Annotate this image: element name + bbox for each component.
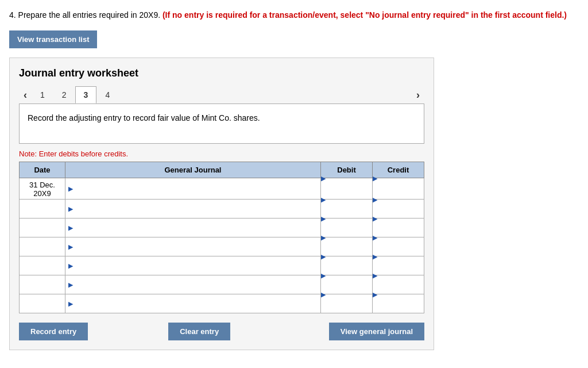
note-text: Note: Enter debits before credits.: [19, 150, 424, 158]
debit-input-4[interactable]: [331, 247, 372, 265]
journal-input-7[interactable]: [76, 294, 321, 313]
instructions: 4. Prepare the all entries required in 2…: [9, 9, 572, 21]
arrow-cell-4: ▶: [65, 237, 76, 256]
worksheet-container: Journal entry worksheet ‹ 1 2 3 4 › Reco…: [9, 57, 434, 350]
journal-input-5[interactable]: [76, 256, 321, 275]
debit-input-3[interactable]: [331, 228, 372, 246]
prev-tab-arrow[interactable]: ‹: [19, 87, 32, 103]
clear-entry-button[interactable]: Clear entry: [168, 323, 230, 340]
journal-input-3[interactable]: [76, 218, 321, 237]
credit-input-2[interactable]: [383, 209, 424, 227]
credit-input-4[interactable]: [383, 247, 424, 265]
date-cell-5: [20, 256, 65, 275]
debit-input-6[interactable]: [331, 285, 372, 303]
arrow-cell-3: ▶: [65, 218, 76, 237]
tab-4[interactable]: 4: [96, 86, 118, 103]
credit-cell-1: ▶: [373, 178, 424, 200]
debit-input-5[interactable]: [331, 266, 372, 284]
arrow-cell-5: ▶: [65, 256, 76, 275]
instruction-number: 4.: [9, 10, 16, 20]
description-text: Record the adjusting entry to record fai…: [28, 113, 260, 122]
debit-input-7[interactable]: [331, 304, 372, 322]
journal-input-2[interactable]: [76, 200, 321, 218]
record-entry-button[interactable]: Record entry: [19, 323, 88, 340]
header-general-journal: General Journal: [65, 162, 321, 178]
date-cell-7: [20, 294, 65, 313]
tab-1[interactable]: 1: [32, 86, 53, 103]
journal-input-4[interactable]: [76, 237, 321, 256]
credit-input-7[interactable]: [383, 304, 424, 322]
tab-3[interactable]: 3: [75, 86, 97, 103]
debit-input-1[interactable]: [331, 189, 372, 209]
view-general-journal-button[interactable]: View general journal: [329, 323, 424, 340]
journal-table: Date General Journal Debit Credit 31 Dec…: [19, 162, 424, 313]
instruction-main: Prepare the all entries required in 20X9…: [18, 10, 160, 20]
tab-navigation: ‹ 1 2 3 4 ›: [19, 86, 424, 103]
journal-input-cell-1[interactable]: [76, 178, 321, 200]
journal-input-cell-6[interactable]: [76, 275, 321, 294]
arrow-cell-6: ▶: [65, 275, 76, 294]
view-transaction-button[interactable]: View transaction list: [9, 30, 97, 48]
journal-input-cell-3[interactable]: [76, 218, 321, 237]
credit-input-3[interactable]: [383, 228, 424, 246]
table-row: 31 Dec.20X9 ▶ ▶ ▶: [20, 178, 424, 200]
arrow-cell-2: ▶: [65, 200, 76, 218]
journal-input-cell-4[interactable]: [76, 237, 321, 256]
debit-cell-1: ▶: [321, 178, 373, 200]
date-cell-2: [20, 200, 65, 218]
header-debit: Debit: [321, 162, 373, 178]
header-credit: Credit: [373, 162, 424, 178]
debit-input-2[interactable]: [331, 209, 372, 227]
credit-input-5[interactable]: [383, 266, 424, 284]
header-date: Date: [20, 162, 65, 178]
description-box: Record the adjusting entry to record fai…: [19, 103, 424, 144]
date-cell-4: [20, 237, 65, 256]
credit-input-6[interactable]: [383, 285, 424, 303]
journal-input-6[interactable]: [76, 275, 321, 294]
credit-input-1[interactable]: [383, 189, 424, 209]
date-cell-3: [20, 218, 65, 237]
journal-input-cell-7[interactable]: [76, 294, 321, 313]
journal-input-1[interactable]: [76, 178, 321, 199]
arrow-cell-1: ▶: [65, 178, 76, 200]
journal-input-cell-5[interactable]: [76, 256, 321, 275]
bottom-buttons: Record entry Clear entry View general jo…: [19, 323, 424, 340]
journal-input-cell-2[interactable]: [76, 200, 321, 218]
instruction-highlight: (If no entry is required for a transacti…: [163, 10, 567, 20]
tab-2[interactable]: 2: [53, 86, 75, 103]
date-cell-1: 31 Dec.20X9: [20, 178, 65, 200]
date-cell-6: [20, 275, 65, 294]
arrow-cell-7: ▶: [65, 294, 76, 313]
next-tab-arrow[interactable]: ›: [412, 87, 424, 103]
worksheet-title: Journal entry worksheet: [19, 67, 424, 79]
